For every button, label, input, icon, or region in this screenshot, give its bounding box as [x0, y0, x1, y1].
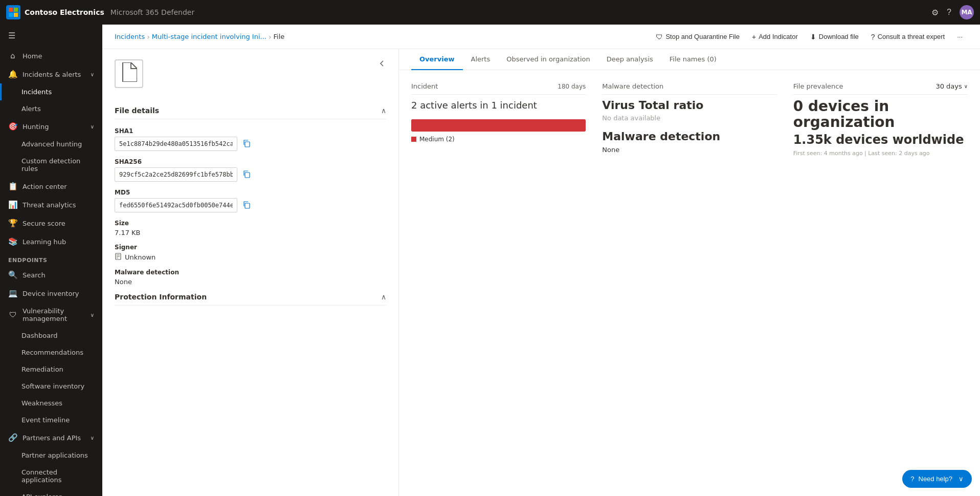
days-selector[interactable]: 30 days ∨	[936, 82, 968, 90]
md5-copy-button[interactable]	[240, 200, 253, 211]
sidebar-item-advanced-hunting[interactable]: Advanced hunting	[0, 136, 102, 153]
consult-expert-button[interactable]: ? Consult a threat expert	[866, 30, 950, 44]
hunting-icon: 🎯	[8, 122, 17, 131]
breadcrumb-incident-name[interactable]: Multi-stage incident involving Ini...	[152, 33, 266, 40]
sidebar-item-home[interactable]: ⌂ Home	[0, 47, 102, 65]
sidebar-item-remediation[interactable]: Remediation	[0, 361, 102, 378]
sidebar-item-label: Learning hub	[23, 238, 66, 246]
sidebar-item-label: Recommendations	[21, 349, 83, 356]
breadcrumb-incidents[interactable]: Incidents	[115, 33, 145, 40]
tab-deep-analysis[interactable]: Deep analysis	[598, 49, 661, 70]
file-icon-container	[115, 59, 143, 88]
sidebar-item-label: Connected applications	[21, 468, 94, 484]
tab-overview[interactable]: Overview	[411, 49, 463, 70]
sidebar-item-learning-hub[interactable]: 📚 Learning hub	[0, 232, 102, 251]
tab-alerts[interactable]: Alerts	[463, 49, 499, 70]
tab-file-names[interactable]: File names (0)	[661, 49, 725, 70]
file-details-collapse-btn[interactable]: ∧	[381, 106, 386, 115]
collapse-panel-button[interactable]	[378, 59, 386, 69]
worldwide-devices-count: 1.35k devices worldwide	[793, 133, 968, 147]
breadcrumb-sep-2: ›	[269, 33, 272, 41]
size-field: Size 7.17 KB	[115, 220, 386, 236]
protection-info-collapse-btn[interactable]: ∧	[381, 293, 386, 301]
breadcrumb-current: File	[274, 33, 285, 40]
signer-icon	[115, 253, 122, 262]
sidebar-item-threat-analytics[interactable]: 📊 Threat analytics	[0, 196, 102, 214]
incident-card-header: Incident 180 days	[411, 82, 586, 95]
sidebar-item-label: Threat analytics	[23, 201, 76, 209]
sidebar-item-custom-detection[interactable]: Custom detection rules	[0, 153, 102, 177]
download-file-button[interactable]: ⬇ Download file	[805, 30, 864, 44]
more-actions-button[interactable]: ···	[952, 30, 968, 44]
left-panel: File details ∧ SHA1	[102, 49, 399, 496]
sidebar-item-partner-applications[interactable]: Partner applications	[0, 447, 102, 464]
file-document-icon	[121, 62, 137, 85]
signer-value-row: Unknown	[115, 253, 386, 262]
incident-card-title: Incident	[411, 82, 438, 90]
sidebar-item-weaknesses[interactable]: Weaknesses	[0, 395, 102, 412]
legend-medium-dot	[411, 137, 416, 142]
sidebar-item-software-inventory[interactable]: Software inventory	[0, 378, 102, 395]
download-icon: ⬇	[810, 33, 816, 41]
sidebar-item-recommendations[interactable]: Recommendations	[0, 344, 102, 361]
sidebar-item-action-center[interactable]: 📋 Action center	[0, 177, 102, 196]
help-fab-button[interactable]: ? Need help? ∨	[902, 470, 972, 488]
sidebar-item-secure-score[interactable]: 🏆 Secure score	[0, 214, 102, 232]
sidebar-item-alerts[interactable]: Alerts	[0, 100, 102, 117]
sidebar-item-label: Search	[23, 271, 46, 279]
sha1-copy-button[interactable]	[240, 138, 253, 150]
main-layout: ☰ ⌂ Home 🔔 Incidents & alerts ∨ Incident…	[0, 25, 980, 496]
sidebar-item-incidents[interactable]: Incidents	[0, 83, 102, 100]
more-icon: ···	[957, 33, 963, 40]
app-logo-icon	[6, 5, 20, 19]
sidebar-item-hunting[interactable]: 🎯 Hunting ∨	[0, 117, 102, 136]
sidebar-item-vulnerability-management[interactable]: 🛡 Vulnerability management ∨	[0, 303, 102, 327]
topbar: Contoso Electronics Microsoft 365 Defend…	[0, 0, 980, 25]
sidebar-item-search[interactable]: 🔍 Search	[0, 266, 102, 284]
sidebar-item-label: Device inventory	[23, 290, 79, 297]
sidebar-item-event-timeline[interactable]: Event timeline	[0, 412, 102, 428]
topbar-right: ⚙ ? MA	[931, 5, 974, 19]
protection-info-title: Protection Information	[115, 293, 207, 301]
sidebar-item-label: Weaknesses	[21, 399, 62, 407]
overview-content: Incident 180 days 2 active alerts in 1 i…	[399, 70, 980, 496]
alerts-count: 2 active alerts	[411, 100, 477, 111]
incident-card-days: 180 days	[558, 83, 586, 90]
topbar-logo: Contoso Electronics	[6, 5, 104, 19]
add-indicator-button[interactable]: + Add Indicator	[747, 30, 803, 44]
md5-input[interactable]	[115, 198, 237, 212]
question-icon: ?	[871, 33, 875, 41]
chevron-down-icon: ∨	[91, 72, 94, 77]
sidebar-hamburger[interactable]: ☰	[0, 25, 102, 47]
sidebar-item-api-explorer[interactable]: API explorer	[0, 488, 102, 496]
sidebar-item-partners-apis[interactable]: 🔗 Partners and APIs ∨	[0, 428, 102, 447]
sha256-copy-button[interactable]	[240, 169, 253, 181]
prevalence-card: File prevalence 30 days ∨ 0 devices in o…	[793, 82, 968, 484]
sidebar-item-incidents-alerts[interactable]: 🔔 Incidents & alerts ∨	[0, 65, 102, 83]
stop-quarantine-button[interactable]: 🛡 Stop and Quarantine File	[651, 30, 745, 44]
no-data-label: No data available	[602, 114, 776, 122]
md5-value-row	[115, 198, 386, 212]
org-name: Contoso Electronics	[25, 8, 104, 16]
sidebar-item-label: API explorer	[21, 493, 61, 496]
chevron-down-icon: ∨	[91, 435, 94, 441]
settings-button[interactable]: ⚙	[931, 8, 939, 17]
sidebar-item-label: Event timeline	[21, 416, 70, 424]
learning-hub-icon: 📚	[8, 237, 17, 246]
sidebar-item-connected-applications[interactable]: Connected applications	[0, 464, 102, 488]
sha1-label: SHA1	[115, 127, 386, 135]
help-button[interactable]: ?	[947, 8, 951, 17]
signer-field: Signer Unknown	[115, 244, 386, 262]
page-body: File details ∧ SHA1	[102, 49, 980, 496]
user-avatar[interactable]: MA	[960, 5, 974, 19]
protection-info-header: Protection Information ∧	[115, 293, 386, 306]
sidebar-item-device-inventory[interactable]: 💻 Device inventory	[0, 284, 102, 303]
alerts-bar-fill	[411, 119, 586, 132]
sha256-input[interactable]	[115, 167, 237, 182]
tab-observed-in-organization[interactable]: Observed in organization	[498, 49, 598, 70]
sidebar-item-label: Vulnerability management	[23, 307, 85, 322]
size-value: 7.17 KB	[115, 229, 386, 236]
sidebar-item-dashboard[interactable]: Dashboard	[0, 327, 102, 344]
sha1-input[interactable]	[115, 137, 237, 151]
size-label: Size	[115, 220, 386, 227]
